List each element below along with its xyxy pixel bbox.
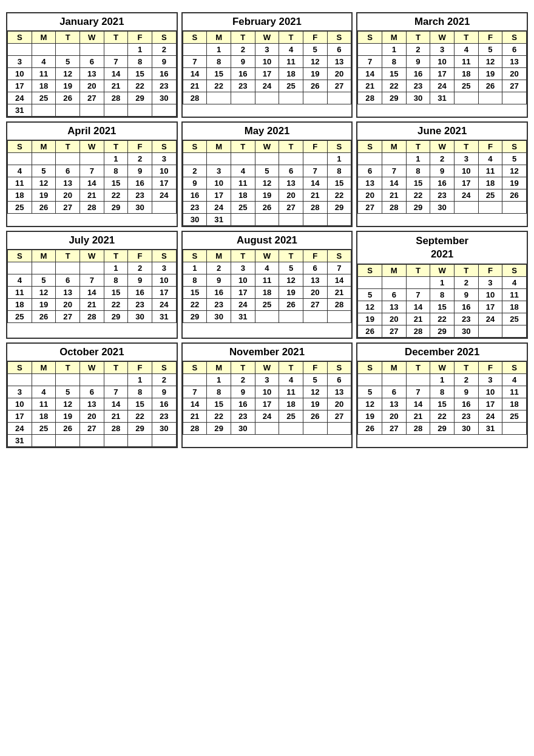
day-header: T: [279, 361, 303, 373]
day-header: S: [358, 141, 382, 153]
calendar-day: [382, 276, 406, 288]
calendar-day: 5: [32, 274, 56, 287]
calendar-day: 6: [279, 165, 303, 177]
calendar-day: 15: [207, 68, 231, 80]
calendar-day: 1: [382, 44, 406, 56]
calendar-day: 31: [207, 214, 231, 226]
calendar-day: 5: [303, 44, 327, 56]
calendar-day: [104, 44, 128, 56]
calendar-day: [502, 92, 527, 104]
calendar-day: 30: [128, 311, 152, 323]
month-block: November 2021SMTWTFS12345678910111213141…: [181, 342, 353, 448]
calendar-day: 1: [207, 44, 231, 56]
calendar-day: 23: [207, 299, 231, 311]
calendar-day: 15: [104, 287, 128, 299]
calendar-day: 28: [79, 202, 104, 214]
calendar-day: 13: [303, 274, 327, 287]
calendar-day: 7: [382, 165, 406, 177]
calendar-day: [279, 311, 303, 323]
day-header: F: [303, 32, 327, 44]
month-title: October 2021: [7, 344, 177, 361]
day-header: S: [327, 141, 351, 153]
calendar-day: 19: [56, 80, 80, 92]
calendar-day: [128, 104, 152, 117]
calendar-day: 28: [327, 299, 351, 311]
calendar-day: 11: [502, 386, 527, 398]
calendar-day: 10: [152, 274, 176, 287]
calendar-day: 2: [128, 153, 152, 165]
calendar-day: 9: [128, 274, 152, 287]
calendar-day: [454, 202, 478, 214]
calendar-day: 3: [454, 153, 478, 165]
calendar-day: 14: [303, 177, 327, 189]
calendar-day: 9: [128, 165, 152, 177]
calendar-day: 18: [279, 68, 303, 80]
calendar-day: 2: [152, 44, 176, 56]
calendar-day: 1: [406, 153, 430, 165]
calendar-day: 31: [231, 311, 255, 323]
calendar-day: 11: [231, 177, 255, 189]
calendar-day: 9: [231, 386, 255, 398]
calendar-day: 23: [128, 299, 152, 311]
calendar-day: 19: [303, 68, 327, 80]
calendar-day: [79, 434, 104, 446]
calendar-day: [454, 92, 478, 104]
calendar-day: 28: [183, 422, 207, 434]
calendar-grid: January 2021SMTWTFS123456789101112131415…: [6, 12, 528, 448]
calendar-day: 4: [231, 165, 255, 177]
calendar-day: 6: [502, 44, 527, 56]
calendar-day: 31: [430, 92, 455, 104]
calendar-day: [32, 153, 56, 165]
calendar-day: [56, 104, 80, 117]
calendar-day: 8: [104, 274, 128, 287]
calendar-day: [327, 92, 351, 104]
calendar-day: [255, 92, 279, 104]
calendar-day: 20: [382, 410, 406, 422]
calendar-day: 22: [104, 189, 128, 202]
calendar-day: 25: [454, 80, 478, 92]
calendar-day: 29: [430, 422, 455, 434]
day-header: T: [104, 250, 128, 262]
calendar-day: 3: [152, 153, 176, 165]
calendar-day: 14: [79, 177, 104, 189]
calendar-day: 22: [128, 410, 152, 422]
calendar-day: 10: [255, 386, 279, 398]
day-header: F: [128, 361, 152, 373]
day-header: S: [152, 141, 176, 153]
day-header: S: [152, 32, 176, 44]
month-table: SMTWTFS123456789101112131415161718192021…: [183, 250, 352, 323]
calendar-day: [8, 44, 32, 56]
day-header: T: [454, 264, 478, 276]
calendar-day: 1: [327, 153, 351, 165]
day-header: F: [478, 361, 502, 373]
calendar-day: 13: [279, 177, 303, 189]
calendar-day: 25: [32, 92, 56, 104]
calendar-day: 1: [104, 262, 128, 274]
calendar-day: [327, 214, 351, 226]
calendar-day: 23: [454, 410, 478, 422]
calendar-day: [478, 92, 502, 104]
calendar-day: 21: [382, 189, 406, 202]
calendar-day: 31: [478, 422, 502, 434]
calendar-day: 7: [104, 56, 128, 68]
calendar-day: 26: [358, 422, 382, 434]
calendar-day: [32, 44, 56, 56]
day-header: S: [327, 361, 351, 373]
calendar-day: 13: [56, 287, 80, 299]
calendar-day: 13: [382, 398, 406, 410]
calendar-day: [303, 92, 327, 104]
calendar-day: 19: [303, 398, 327, 410]
calendar-day: [231, 153, 255, 165]
calendar-day: 17: [8, 80, 32, 92]
calendar-day: 28: [104, 92, 128, 104]
day-header: S: [327, 250, 351, 262]
day-header: T: [56, 32, 80, 44]
calendar-day: 1: [430, 373, 455, 386]
calendar-day: 25: [255, 299, 279, 311]
month-block: March 2021SMTWTFS12345678910111213141516…: [356, 12, 528, 118]
calendar-day: 9: [430, 165, 455, 177]
calendar-day: 29: [327, 202, 351, 214]
calendar-day: 21: [104, 410, 128, 422]
calendar-day: 4: [8, 165, 32, 177]
calendar-day: [327, 422, 351, 434]
